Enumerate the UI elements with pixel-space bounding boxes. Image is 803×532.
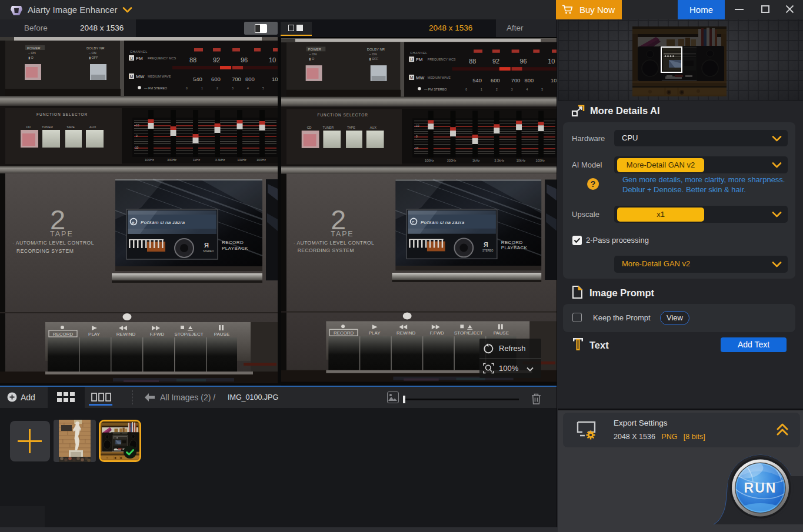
- svg-text:RUN: RUN: [744, 480, 777, 496]
